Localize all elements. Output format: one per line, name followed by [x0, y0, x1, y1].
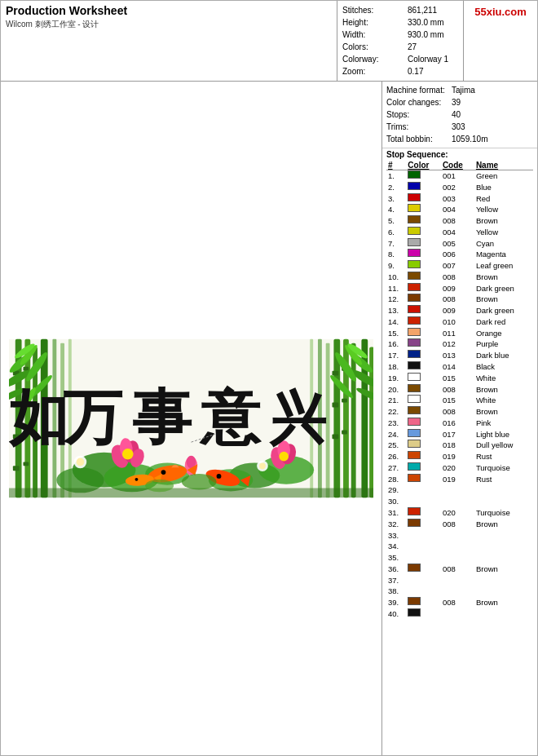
main-content: 万 事 如 意 兴	[1, 82, 537, 755]
col-num: #	[386, 161, 406, 170]
table-row: 18.014Black	[386, 361, 533, 373]
stop-code: 018	[441, 440, 474, 451]
stop-num: 3.	[386, 193, 406, 205]
stop-name: Leaf green	[474, 260, 533, 272]
stop-num: 1.	[386, 170, 406, 182]
stop-color-swatch	[406, 496, 441, 507]
stop-color-swatch	[406, 507, 441, 519]
stop-name	[474, 496, 533, 507]
svg-text:万: 万	[62, 385, 123, 451]
stop-num: 17.	[386, 350, 406, 361]
stop-name: Brown	[474, 597, 533, 608]
stop-num: 21.	[386, 395, 406, 406]
table-row: 39.008Brown	[386, 597, 533, 608]
stop-code	[441, 575, 474, 586]
page-title: Production Worksheet	[6, 4, 332, 17]
colorway-value: Colorway 1	[408, 53, 448, 65]
table-row: 27.020Turquoise	[386, 462, 533, 474]
stop-color-swatch	[406, 272, 441, 283]
stop-code: 003	[441, 193, 474, 205]
svg-text:意: 意	[199, 385, 262, 451]
stop-num: 27.	[386, 462, 406, 474]
stop-code	[441, 530, 474, 542]
stops-label: Stops:	[386, 108, 452, 121]
stop-color-swatch	[406, 519, 441, 530]
stop-color-swatch	[406, 338, 441, 350]
stop-name: Dark red	[474, 316, 533, 328]
stop-color-swatch	[406, 462, 441, 474]
stop-name: Turquoise	[474, 462, 533, 474]
stop-code: 017	[441, 429, 474, 440]
stop-num: 8.	[386, 249, 406, 260]
stop-color-swatch	[406, 406, 441, 418]
stop-code	[441, 608, 474, 620]
stop-code: 019	[441, 451, 474, 462]
bobbin-value: 1059.10m	[452, 133, 487, 145]
stop-name: Rust	[474, 474, 533, 485]
stop-code: 008	[441, 215, 474, 227]
table-row: 22.008Brown	[386, 406, 533, 418]
stop-color-swatch	[406, 384, 441, 396]
stop-num: 32.	[386, 519, 406, 530]
stop-color-swatch	[406, 586, 441, 597]
stop-name: Green	[474, 170, 533, 182]
specs-panel: Stitches:861,211 Height:330.0 mm Width:9…	[337, 1, 464, 81]
stop-num: 16.	[386, 338, 406, 350]
stop-code: 005	[441, 238, 474, 250]
stop-code: 008	[441, 564, 474, 575]
stop-name: Dull yellow	[474, 440, 533, 451]
table-row: 21.015White	[386, 395, 533, 406]
stop-code	[441, 484, 474, 496]
table-row: 10.008Brown	[386, 272, 533, 283]
stop-color-swatch	[406, 170, 441, 182]
stop-num: 37.	[386, 575, 406, 586]
stop-color-swatch	[406, 564, 441, 575]
changes-label: Color changes:	[386, 96, 452, 108]
stop-code: 014	[441, 361, 474, 373]
colors-value: 27	[408, 41, 417, 53]
stop-num: 39.	[386, 597, 406, 608]
stop-num: 4.	[386, 204, 406, 215]
zoom-value: 0.17	[408, 65, 423, 77]
stop-num: 5.	[386, 215, 406, 227]
stop-name: Dark blue	[474, 350, 533, 361]
stop-name: Brown	[474, 564, 533, 575]
svg-point-66	[217, 474, 222, 479]
stop-name: Brown	[474, 384, 533, 396]
stop-name: Brown	[474, 294, 533, 305]
stop-name: Purple	[474, 338, 533, 350]
stop-num: 7.	[386, 238, 406, 250]
table-row: 14.010Dark red	[386, 316, 533, 328]
stop-code: 006	[441, 249, 474, 260]
stop-num: 12.	[386, 294, 406, 305]
machine-info: Machine format:Tajima Color changes:39 S…	[382, 82, 537, 148]
table-row: 12.008Brown	[386, 294, 533, 305]
stop-num: 29.	[386, 484, 406, 496]
stop-color-swatch	[406, 484, 441, 496]
stop-color-swatch	[406, 440, 441, 451]
stop-code: 015	[441, 373, 474, 384]
stop-name: Yellow	[474, 204, 533, 215]
stop-code: 015	[441, 395, 474, 406]
stop-color-swatch	[406, 249, 441, 260]
stop-color-swatch	[406, 227, 441, 238]
table-row: 40.	[386, 608, 533, 620]
col-color: Color	[406, 161, 441, 170]
stop-num: 9.	[386, 260, 406, 272]
stop-color-swatch	[406, 328, 441, 339]
stop-color-swatch	[406, 215, 441, 227]
stop-code: 020	[441, 462, 474, 474]
table-row: 7.005Cyan	[386, 238, 533, 250]
svg-text:兴: 兴	[269, 387, 327, 450]
stop-code	[441, 552, 474, 564]
svg-rect-24	[332, 434, 338, 439]
stop-num: 40.	[386, 608, 406, 620]
stop-color-swatch	[406, 305, 441, 316]
width-label: Width:	[342, 29, 408, 41]
table-row: 34.	[386, 541, 533, 552]
brand: 55xiu.com	[464, 1, 537, 81]
stop-color-swatch	[406, 373, 441, 384]
stop-code: 008	[441, 519, 474, 530]
table-row: 28.019Rust	[386, 474, 533, 485]
bobbin-label: Total bobbin:	[386, 133, 452, 145]
